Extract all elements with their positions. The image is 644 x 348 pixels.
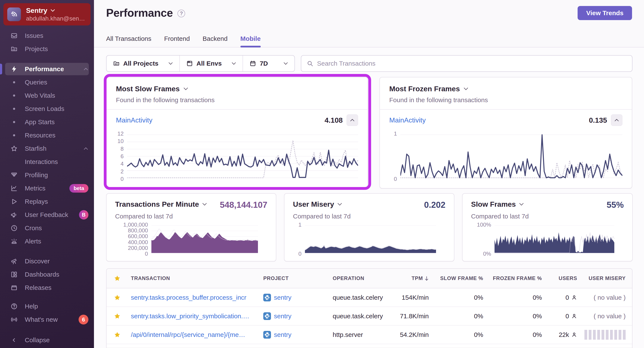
most-slow-frames-chart: 121086420 — [109, 134, 358, 179]
y-axis: 1,000,000800,000600,000400,000200,0000 — [117, 225, 152, 254]
window-icon — [186, 60, 193, 67]
col-user-misery[interactable]: USER MISERY — [577, 275, 626, 281]
org-switcher[interactable]: Sentry abdullah.khan@sen… — [4, 3, 90, 26]
date-range-filter-button[interactable]: 7D — [243, 56, 294, 71]
sidebar: Sentry abdullah.khan@sen… Issues Project… — [0, 0, 94, 348]
area-chart — [152, 225, 258, 254]
project-link[interactable]: sentry — [274, 294, 292, 301]
most-slow-frames-widget-selector[interactable]: Most Slow Frames — [106, 77, 368, 93]
transaction-link[interactable]: MainActivity — [389, 116, 426, 124]
sidebar-item-projects[interactable]: Projects — [0, 42, 94, 56]
table-row: sentry.tasks.low_priority_symbolication.… — [106, 307, 632, 325]
tpm-cell: 54.2K/min — [386, 331, 429, 338]
sidebar-item-resources[interactable]: Resources — [0, 129, 94, 142]
tab-frontend[interactable]: Frontend — [164, 35, 190, 47]
y-axis: 100%0% — [473, 225, 494, 254]
sidebar-item-profiling[interactable]: Profiling — [0, 168, 94, 182]
star-icon — [10, 144, 18, 153]
sort-desc-icon — [424, 276, 429, 281]
project-link[interactable]: sentry — [274, 331, 292, 338]
sidebar-item-screen-loads[interactable]: Screen Loads — [0, 102, 94, 115]
b-badge: B — [79, 210, 88, 220]
sentry-performance-page: Sentry abdullah.khan@sen… Issues Project… — [0, 0, 644, 348]
collapse-row-button[interactable] — [611, 114, 622, 126]
tab-mobile[interactable]: Mobile — [240, 35, 261, 47]
transaction-link[interactable]: MainActivity — [116, 116, 152, 124]
user-misery-cell: ( no value ) — [577, 294, 626, 301]
archive-box-icon — [10, 283, 18, 292]
star-toggle[interactable] — [114, 313, 131, 319]
collapse-row-button[interactable] — [346, 114, 358, 126]
transaction-link[interactable]: sentry.tasks.process_buffer.process_incr — [131, 294, 246, 301]
line-chart — [127, 134, 358, 179]
star-icon — [114, 331, 121, 338]
beta-badge: beta — [70, 184, 88, 193]
widget-subtitle: Compared to last 7d — [115, 213, 267, 220]
col-frozen-frame[interactable]: FROZEN FRAME % — [483, 275, 542, 281]
sidebar-item-releases[interactable]: Releases — [0, 281, 94, 294]
user-icon — [571, 295, 577, 300]
user-icon — [571, 313, 577, 319]
star-icon — [114, 313, 121, 319]
sidebar-item-app-starts[interactable]: App Starts — [0, 115, 94, 129]
col-users[interactable]: USERS — [542, 275, 577, 281]
tab-backend[interactable]: Backend — [203, 35, 228, 47]
sidebar-item-replays[interactable]: Replays — [0, 195, 94, 208]
col-operation[interactable]: OPERATION — [333, 275, 386, 281]
users-cell: 22k — [542, 331, 577, 338]
python-project-icon — [263, 331, 271, 338]
table-row-partial — [106, 344, 632, 348]
sidebar-item-metrics[interactable]: Metrics beta — [0, 182, 94, 195]
col-project[interactable]: PROJECT — [263, 275, 333, 281]
sidebar-item-performance[interactable]: Performance — [0, 62, 94, 76]
performance-icon — [10, 65, 18, 73]
view-trends-button[interactable]: View Trends — [578, 6, 632, 20]
search-icon — [307, 60, 313, 67]
col-tpm-sorted[interactable]: TPM — [386, 275, 429, 281]
star-toggle[interactable] — [114, 294, 131, 301]
slow-frame-cell: 0% — [429, 294, 483, 301]
search-input[interactable] — [317, 60, 626, 67]
table-row: sentry.tasks.process_buffer.process_incr… — [106, 288, 632, 307]
sidebar-item-alerts[interactable]: Alerts — [0, 235, 94, 248]
star-column-header[interactable] — [114, 275, 131, 282]
sidebar-menu: Issues Projects Performance Queries Web … — [0, 26, 94, 348]
sidebar-collapse-button[interactable]: Collapse — [0, 333, 94, 347]
tab-all-transactions[interactable]: All Transactions — [106, 35, 152, 47]
widget-value: 548,144.107 — [220, 200, 267, 210]
user-misery-widget-selector[interactable]: User Misery — [293, 200, 342, 208]
transaction-link[interactable]: sentry.tasks.low_priority_symbolication.… — [131, 312, 250, 319]
environment-filter-button[interactable]: All Envs — [180, 56, 243, 71]
line-chart — [400, 134, 622, 179]
sidebar-item-discover[interactable]: Discover — [0, 255, 94, 268]
sidebar-item-issues[interactable]: Issues — [0, 29, 94, 42]
transaction-link[interactable]: /api/0/internal/rpc/{service_name}/{me… — [131, 331, 245, 338]
broadcast-icon — [10, 315, 18, 324]
user-misery-cell: ( no value ) — [577, 312, 626, 320]
widget-value: 55% — [607, 200, 624, 210]
col-transaction[interactable]: TRANSACTION — [131, 275, 263, 281]
star-toggle[interactable] — [114, 331, 131, 338]
org-name: Sentry — [26, 7, 48, 15]
table-row: /api/0/internal/rpc/{service_name}/{me… … — [106, 325, 632, 344]
sidebar-item-help[interactable]: Help — [0, 300, 94, 313]
projects-icon — [10, 45, 18, 53]
sidebar-item-web-vitals[interactable]: Web Vitals — [0, 89, 94, 102]
sidebar-item-starfish[interactable]: Starfish — [0, 142, 94, 155]
star-icon — [114, 294, 121, 301]
sidebar-item-interactions[interactable]: Interactions — [0, 155, 94, 168]
sidebar-item-crons[interactable]: Crons — [0, 222, 94, 235]
sidebar-item-dashboards[interactable]: Dashboards — [0, 268, 94, 281]
sidebar-item-user-feedback[interactable]: User Feedback B — [0, 208, 94, 222]
tpm-widget-selector[interactable]: Transactions Per Minute — [115, 200, 207, 208]
project-link[interactable]: sentry — [274, 312, 292, 320]
help-tooltip-icon[interactable]: ? — [178, 10, 185, 17]
project-filter-button[interactable]: All Projects — [106, 56, 180, 71]
chevron-down-icon — [183, 87, 188, 90]
most-frozen-frames-widget-selector[interactable]: Most Frozen Frames — [380, 77, 632, 93]
sentry-logo-icon — [7, 8, 21, 21]
sidebar-item-whats-new[interactable]: What's new 6 — [0, 313, 94, 326]
slow-frames-widget-selector[interactable]: Slow Frames — [471, 200, 524, 208]
sidebar-item-queries[interactable]: Queries — [0, 76, 94, 89]
col-slow-frame[interactable]: SLOW FRAME % — [429, 275, 483, 281]
